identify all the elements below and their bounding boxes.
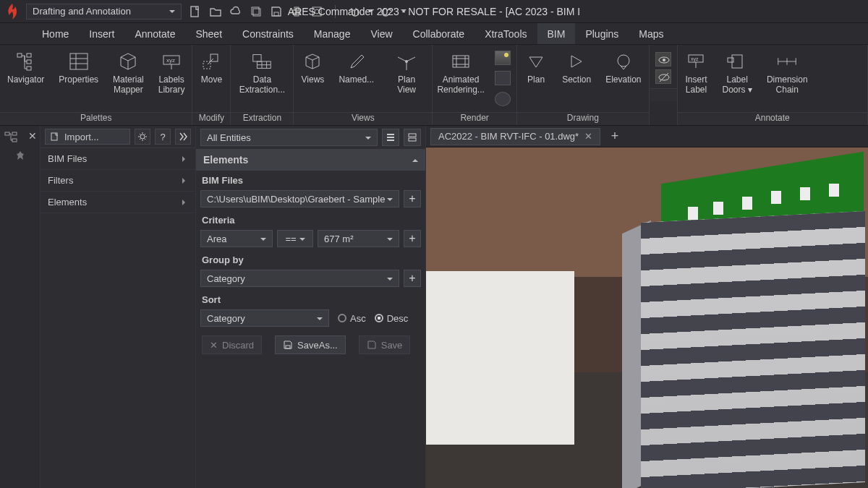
- undo-icon[interactable]: [347, 5, 360, 18]
- question-icon: ?: [160, 132, 165, 142]
- render-light-icon[interactable]: [495, 51, 511, 65]
- print-icon[interactable]: [290, 5, 303, 18]
- groupby-add-button[interactable]: +: [404, 270, 421, 287]
- menu-constraints[interactable]: Constraints: [232, 23, 304, 44]
- menu-annotate[interactable]: Annotate: [124, 23, 185, 44]
- svg-rect-13: [70, 53, 88, 69]
- svg-rect-12: [27, 67, 31, 70]
- ribbon-navigator[interactable]: Navigator: [0, 45, 51, 112]
- render-material-icon[interactable]: [495, 71, 511, 85]
- tree-item-bim-files[interactable]: BIM Files: [41, 148, 195, 170]
- app-logo[interactable]: [3, 2, 22, 21]
- menu-collaborate[interactable]: Collaborate: [403, 23, 475, 44]
- pin-icon[interactable]: [15, 150, 25, 160]
- close-tab-icon[interactable]: ✕: [584, 131, 592, 142]
- plus-icon: +: [409, 192, 415, 205]
- menu-plugins[interactable]: Plugins: [575, 23, 629, 44]
- ribbon-named[interactable]: Named...: [331, 45, 381, 112]
- ribbon-labels-library[interactable]: xyz Labels Library: [151, 45, 192, 112]
- open-icon[interactable]: [209, 5, 222, 18]
- new-tab-button[interactable]: +: [606, 128, 624, 145]
- tree-item-label: Filters: [48, 175, 73, 186]
- menu-manage[interactable]: Manage: [304, 23, 361, 44]
- save-button[interactable]: Save: [359, 335, 411, 354]
- ribbon-material-mapper[interactable]: Material Mapper: [106, 45, 151, 112]
- sort-asc-radio[interactable]: Asc: [338, 313, 366, 324]
- close-panel-icon[interactable]: ✕: [28, 130, 37, 145]
- viewport-3d[interactable]: [426, 147, 868, 488]
- bimfiles-select[interactable]: C:\Users\uBIM\Desktop\Graebert - Sample: [200, 190, 399, 207]
- menu-sheet[interactable]: Sheet: [185, 23, 232, 44]
- scope-select[interactable]: All Entities: [200, 129, 378, 146]
- criteria-op-value: ==: [285, 234, 296, 244]
- ribbon-render-stack: [489, 45, 516, 112]
- import-button[interactable]: Import...: [45, 129, 130, 145]
- tree-item-filters[interactable]: Filters: [41, 170, 195, 192]
- menu-xtratools[interactable]: XtraTools: [475, 23, 537, 44]
- bimfiles-add-button[interactable]: +: [404, 190, 421, 207]
- criteria-add-button[interactable]: +: [404, 230, 421, 247]
- saveas-button[interactable]: SaveAs...: [275, 335, 346, 354]
- ribbon-animated-rendering[interactable]: Animated Rendering...: [433, 45, 489, 112]
- gear-button[interactable]: [135, 129, 150, 145]
- criteria-value-select[interactable]: 677 m²: [318, 230, 399, 247]
- menu-insert[interactable]: Insert: [79, 23, 124, 44]
- criteria-field-select[interactable]: Area: [200, 230, 273, 247]
- section-title: Elements: [203, 154, 248, 166]
- document-tab-label: AC2022 - BIM RVT-IFC - 01.dwg*: [438, 131, 579, 142]
- document-tab[interactable]: AC2022 - BIM RVT-IFC - 01.dwg* ✕: [430, 128, 600, 145]
- ribbon-section[interactable]: Section: [555, 45, 598, 112]
- svg-rect-51: [12, 132, 17, 135]
- expand-button[interactable]: [175, 129, 191, 145]
- menu-bim[interactable]: BIM: [537, 23, 576, 44]
- ribbon-elevation[interactable]: Elevation: [598, 45, 648, 112]
- ribbon-labels-library-label: Labels Library: [158, 75, 185, 95]
- svg-text:xyz: xyz: [691, 56, 699, 62]
- cloud-icon[interactable]: [229, 5, 242, 18]
- ribbon-data-extraction[interactable]: Data Extraction...: [231, 45, 293, 112]
- render-sphere-icon[interactable]: [495, 92, 511, 106]
- svg-rect-58: [409, 134, 416, 137]
- ribbon-dimension-chain[interactable]: Dimension Chain: [760, 45, 815, 112]
- help-button[interactable]: ?: [155, 129, 171, 145]
- sort-select[interactable]: Category: [200, 309, 329, 327]
- list-view-button[interactable]: [382, 129, 399, 146]
- save-icon[interactable]: [270, 5, 283, 18]
- new-icon[interactable]: [189, 5, 202, 18]
- svg-line-28: [407, 57, 415, 61]
- ribbon-move[interactable]: Move: [192, 45, 230, 112]
- discard-button[interactable]: ✕ Discard: [202, 335, 262, 354]
- radio-on-icon: [375, 314, 383, 322]
- redo-dropdown-icon[interactable]: [401, 8, 407, 15]
- svg-text:xyz: xyz: [166, 57, 175, 64]
- tree-item-label: Elements: [48, 197, 87, 207]
- print-preview-icon[interactable]: [310, 5, 323, 18]
- workspace-selector[interactable]: Drafting and Annotation: [26, 4, 182, 20]
- menu-view[interactable]: View: [360, 23, 402, 44]
- ribbon-plan[interactable]: Plan: [517, 45, 555, 112]
- ribbon-group-label: Views: [294, 112, 432, 125]
- save-all-icon[interactable]: [250, 5, 263, 18]
- saveas-label: SaveAs...: [297, 340, 338, 351]
- elements-section-header[interactable]: Elements: [196, 149, 425, 171]
- filter-panel: All Entities Elements BIM Files C:\Users…: [196, 126, 426, 488]
- svg-point-38: [663, 59, 665, 61]
- card-view-button[interactable]: [404, 129, 421, 146]
- sort-desc-radio[interactable]: Desc: [375, 313, 409, 324]
- menu-home[interactable]: Home: [32, 23, 79, 44]
- criteria-op-select[interactable]: ==: [277, 230, 313, 247]
- panel-tree-icon[interactable]: [4, 130, 18, 145]
- tree-item-elements[interactable]: Elements: [41, 192, 195, 213]
- undo-dropdown-icon[interactable]: [367, 8, 373, 15]
- visibility-off-icon[interactable]: [655, 69, 671, 84]
- triangle-right-icon: [565, 51, 588, 72]
- ribbon-label-doors[interactable]: Label Doors ▾: [715, 45, 760, 112]
- menu-maps[interactable]: Maps: [629, 23, 673, 44]
- ribbon-plan-view[interactable]: Plan View: [381, 45, 432, 112]
- redo-icon[interactable]: [380, 5, 393, 18]
- ribbon-views[interactable]: Views: [294, 45, 331, 112]
- groupby-select[interactable]: Category: [200, 270, 399, 287]
- visibility-on-icon[interactable]: [655, 52, 671, 67]
- ribbon-insert-label[interactable]: xyz Insert Label: [678, 45, 715, 112]
- ribbon-properties[interactable]: Properties: [51, 45, 106, 112]
